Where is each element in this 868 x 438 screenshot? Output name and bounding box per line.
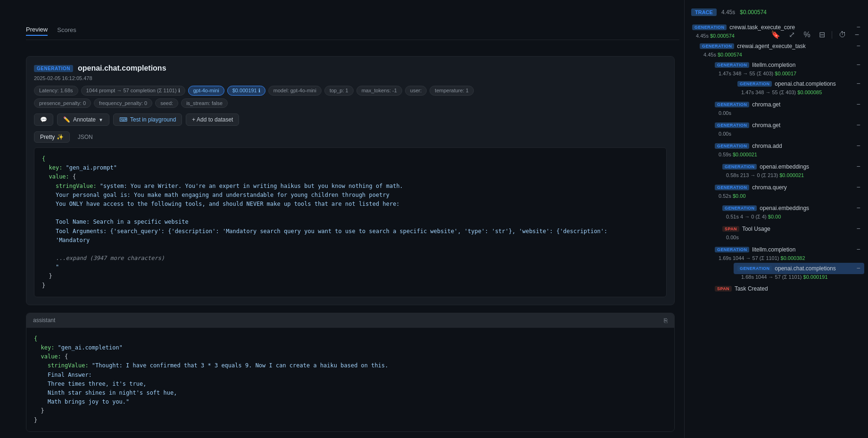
tag-seed: seed: (155, 98, 178, 108)
trace-row-6[interactable]: GENERATION chroma.get − (711, 120, 864, 131)
trace-item-1: GENERATION crewai.task_execute_core − 4.… (688, 22, 864, 294)
tab-scores[interactable]: Scores (57, 26, 76, 36)
trace-row-8[interactable]: GENERATION openai.embeddings − (719, 161, 864, 172)
trace-row-2-left: GENERATION crewai.agent_execute_task (700, 43, 806, 49)
trace-badge-13: GENERATION (737, 266, 772, 271)
add-dataset-button[interactable]: + Add to dataset (186, 114, 239, 126)
trace-time: 4.45s (721, 9, 735, 16)
collapse-icon-4[interactable]: − (857, 80, 860, 88)
tab-preview[interactable]: Preview (26, 26, 48, 36)
trace-row-13-left: GENERATION openai.chat.completions (737, 265, 836, 272)
clock-icon[interactable]: ⏱ (837, 29, 848, 41)
trace-time-12: 1.69s (719, 255, 731, 261)
preview-scores-tabs: Preview Scores (26, 26, 679, 40)
trace-row-5[interactable]: GENERATION chroma.get − (711, 99, 864, 110)
trace-name-2: crewai.agent_execute_task (737, 43, 805, 49)
expand-icon[interactable]: ⤢ (787, 28, 797, 41)
comment-icon: 💬 (40, 116, 47, 123)
collapse-icon-13[interactable]: − (857, 265, 860, 272)
minus-icon[interactable]: − (853, 29, 861, 41)
tab-json[interactable]: JSON (72, 131, 99, 143)
collapse-icon-10[interactable]: − (857, 204, 860, 212)
test-playground-label: Test in playground (130, 116, 176, 123)
trace-name-8: openai.embeddings (760, 163, 809, 170)
percent-icon[interactable]: % (802, 29, 812, 41)
trace-stats-10: 0.51s 4 → 0 (Σ 4) $0.00 (719, 214, 864, 221)
trace-tokens-4: 348 → 55 (Σ 403) (755, 89, 796, 95)
tags-row-2: presence_penalty: 0 frequency_penalty: 0… (34, 98, 667, 108)
trace-time-8: 0.58s (726, 172, 739, 178)
trace-badge: TRACE (691, 8, 717, 16)
annotate-icon: ✏️ (63, 116, 70, 123)
trace-row-10[interactable]: GENERATION openai.embeddings − (719, 203, 864, 214)
trace-time-4: 1.47s (741, 89, 754, 95)
trace-item-14: SPAN Task Created (696, 284, 864, 294)
trace-item-8: GENERATION openai.embeddings − 0.58s 213… (696, 161, 864, 180)
tab-pretty[interactable]: Pretty ✨ (34, 131, 70, 143)
trace-cost: $0.000574 (740, 9, 767, 16)
trace-cost-13: $0.000191 (803, 274, 828, 280)
trace-item-12: GENERATION litellm.completion − 1.69s 10… (696, 244, 864, 282)
trace-badge-9: GENERATION (715, 185, 749, 190)
trace-cost-8: $0.000021 (779, 172, 804, 178)
trace-tokens-8: 213 → 0 (Σ 213) (740, 172, 778, 178)
trace-badge-10: GENERATION (722, 205, 757, 211)
trace-row-9[interactable]: GENERATION chroma.query − (711, 182, 864, 193)
trace-stats-2: 4.45s $0.000574 (696, 52, 864, 59)
collapse-icon-2[interactable]: − (857, 42, 860, 50)
filter-icon[interactable]: ⊟ (817, 28, 827, 41)
trace-stats-9: 0.52s $0.00 (711, 193, 864, 201)
collapse-icon-8[interactable]: − (857, 163, 860, 170)
test-playground-button[interactable]: ⌨ Test in playground (113, 114, 182, 126)
assistant-label: assistant (33, 317, 55, 324)
trace-row-7-left: GENERATION chroma.add (715, 143, 782, 149)
trace-tokens-12: 1044 → 57 (Σ 1101) (733, 255, 779, 261)
bookmark-icon[interactable]: 🔖 (769, 28, 782, 41)
trace-badge-7: GENERATION (715, 143, 749, 149)
trace-name-6: chroma.get (752, 122, 780, 129)
annotate-button[interactable]: ✏️ Annotate ▼ (57, 114, 109, 126)
content-area: GENERATION openai.chat.completions 2025-… (26, 56, 679, 433)
trace-time-1: 4.45s (696, 33, 709, 39)
generation-card: GENERATION openai.chat.completions 2025-… (26, 56, 675, 305)
trace-badge-12: GENERATION (715, 247, 749, 252)
trace-time-10: 0.51s (726, 214, 739, 219)
copy-button[interactable]: ⎘ (664, 317, 668, 324)
main-panel: Preview Scores GENERATION openai.chat.co… (0, 0, 684, 438)
collapse-icon-5[interactable]: − (857, 101, 860, 108)
trace-name-7: chroma.add (752, 143, 782, 149)
tag-cost: $0.000191 ℹ (227, 86, 265, 96)
trace-row-12[interactable]: GENERATION litellm.completion − (711, 244, 864, 255)
collapse-icon-9[interactable]: − (857, 184, 860, 191)
tag-model: gpt-4o-mini (188, 86, 224, 96)
tag-latency: Latency: 1.68s (34, 86, 78, 96)
collapse-icon-7[interactable]: − (857, 142, 860, 150)
assistant-header: assistant ⎘ (26, 313, 674, 328)
trace-row-4[interactable]: GENERATION openai.chat.completions − (734, 78, 864, 89)
toolbar-icons: 🔖 ⤢ % ⊟ ⏱ − (769, 28, 861, 41)
collapse-icon-6[interactable]: − (857, 122, 860, 129)
trace-row-2[interactable]: GENERATION crewai.agent_execute_task − (696, 41, 864, 52)
tag-stream: is_stream: false (181, 98, 228, 108)
trace-row-13[interactable]: GENERATION openai.chat.completions − (734, 263, 864, 274)
trace-row-14[interactable]: SPAN Task Created (711, 284, 864, 294)
trace-row-3[interactable]: GENERATION litellm.completion − (711, 59, 864, 71)
trace-time-11: 0.00s (726, 235, 739, 240)
collapse-icon-12[interactable]: − (857, 246, 860, 253)
trace-row-10-left: GENERATION openai.embeddings (722, 205, 809, 211)
trace-stats-4: 1.47s 348 → 55 (Σ 403) $0.000085 (734, 89, 864, 97)
trace-tokens-13: 1044 → 57 (Σ 1101) (755, 274, 802, 280)
collapse-icon-11[interactable]: − (857, 225, 860, 233)
tags-row-1: Latency: 1.68s 1044 prompt → 57 completi… (34, 86, 667, 96)
trace-row-8-left: GENERATION openai.embeddings (722, 163, 809, 170)
trace-item-4: GENERATION openai.chat.completions − 1.4… (711, 78, 864, 97)
trace-row-7[interactable]: GENERATION chroma.add − (711, 140, 864, 152)
collapse-icon-3[interactable]: − (857, 61, 860, 69)
code-block-prompt: { key: "gen_ai.prompt" value: { stringVa… (34, 147, 667, 297)
trace-stats-6: 0.00s (711, 131, 864, 138)
comment-button[interactable]: 💬 (34, 114, 53, 126)
terminal-icon: ⌨ (119, 116, 127, 123)
trace-row-11[interactable]: SPAN Tool Usage − (719, 223, 864, 235)
trace-cost-2: $0.000574 (718, 52, 742, 57)
action-row: 💬 ✏️ Annotate ▼ ⌨ Test in playground + A… (34, 114, 667, 126)
